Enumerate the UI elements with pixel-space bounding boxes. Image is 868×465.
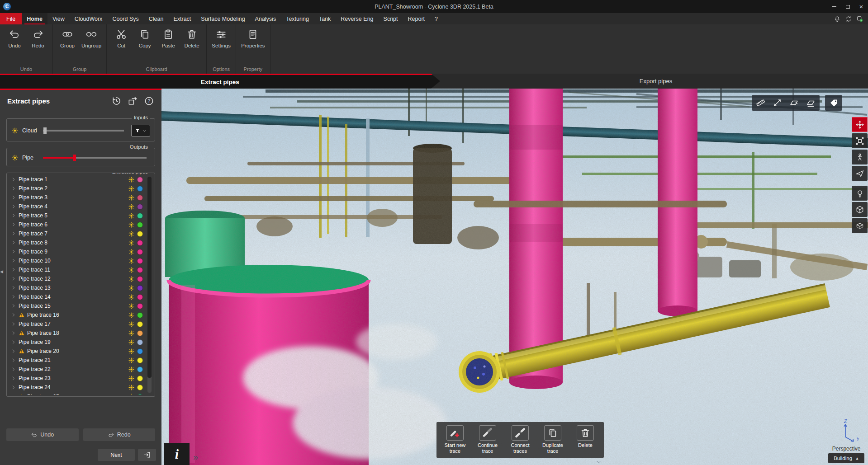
visibility-sun-icon[interactable] — [128, 366, 135, 373]
reset-history-icon[interactable] — [111, 96, 122, 106]
pipe-color-swatch[interactable] — [137, 376, 143, 381]
pipe-trace-row[interactable]: Pipe trace 19 — [9, 338, 143, 347]
visibility-sun-icon[interactable] — [128, 339, 135, 346]
pipe-color-swatch[interactable] — [137, 385, 143, 390]
expand-chevron-icon[interactable] — [11, 249, 16, 254]
ribbon-cut-button[interactable]: Cut — [110, 28, 133, 49]
visibility-sun-icon[interactable] — [128, 375, 135, 382]
visibility-sun-icon[interactable] — [128, 221, 135, 228]
expand-chevron-icon[interactable] — [11, 231, 16, 236]
cloud-visibility-slider[interactable] — [43, 130, 124, 132]
expand-chevron-icon[interactable] — [11, 376, 16, 381]
close-button[interactable]: × — [854, 0, 868, 13]
menu-item-extract[interactable]: Extract — [168, 13, 196, 24]
visibility-sun-icon[interactable] — [128, 276, 135, 282]
pipe-trace-row[interactable]: Pipe trace 17 — [9, 319, 143, 329]
sync-icon[interactable] — [845, 15, 852, 23]
menu-item-home[interactable]: Home — [22, 13, 47, 24]
cloud-slider-knob[interactable] — [43, 127, 47, 134]
workflow-step-export[interactable]: Export pipes — [640, 74, 672, 89]
visibility-sun-icon[interactable] — [128, 303, 135, 310]
pipe-trace-row[interactable]: Pipe trace 23 — [9, 374, 143, 383]
pipe-trace-row[interactable]: Pipe trace 7 — [9, 229, 143, 238]
pipe-trace-row[interactable]: Pipe trace 22 — [9, 365, 143, 374]
visibility-sun-icon[interactable] — [128, 312, 135, 319]
menu-item-report[interactable]: Report — [403, 13, 430, 24]
expand-chevron-icon[interactable] — [11, 348, 16, 354]
visibility-sun-icon[interactable] — [128, 321, 135, 328]
pipe-color-swatch[interactable] — [137, 348, 143, 354]
orbit-center-button[interactable] — [852, 117, 868, 132]
menu-item-cloudworx[interactable]: CloudWorx — [70, 13, 108, 24]
bell-icon[interactable] — [834, 15, 841, 23]
expand-chevron-icon[interactable] — [11, 366, 16, 372]
pipe-color-swatch[interactable] — [137, 394, 143, 395]
menu-item-surface-modeling[interactable]: Surface Modeling — [196, 13, 250, 24]
visibility-sun-icon[interactable] — [128, 230, 135, 237]
pipe-color-swatch[interactable] — [137, 240, 143, 246]
pipe-color-swatch[interactable] — [137, 357, 143, 363]
pipe-trace-row[interactable]: Pipe trace 16 — [9, 310, 143, 319]
visibility-sun-icon[interactable] — [128, 393, 135, 395]
measure-distance-button[interactable] — [753, 96, 768, 110]
ribbon-properties-button[interactable]: Properties — [239, 28, 266, 49]
pipe-trace-row[interactable]: Pipe trace 20 — [9, 347, 143, 356]
expand-chevron-icon[interactable] — [11, 330, 16, 336]
tag-button[interactable] — [825, 95, 842, 111]
visibility-sun-icon[interactable] — [128, 194, 135, 201]
plane-pencil-button[interactable] — [786, 96, 802, 110]
help-icon[interactable]: ? — [144, 96, 154, 106]
pipe-trace-row[interactable]: Pipe trace 5 — [9, 211, 143, 220]
minimize-button[interactable] — [827, 0, 841, 13]
menu-item-coord-sys[interactable]: Coord Sys — [107, 13, 143, 24]
ribbon-group-button[interactable]: Group — [56, 28, 79, 49]
lighting-button[interactable] — [852, 186, 868, 201]
expand-chevron-icon[interactable] — [11, 357, 16, 363]
info-button[interactable]: i — [164, 443, 190, 465]
pipe-color-swatch[interactable] — [137, 222, 143, 228]
pipe-trace-row[interactable]: Pipe trace 13 — [9, 283, 143, 292]
ribbon-copy-button[interactable]: Copy — [133, 28, 156, 49]
visibility-sun-icon[interactable] — [128, 185, 135, 192]
menu-item-reverse-eng[interactable]: Reverse Eng — [336, 13, 378, 24]
visibility-sun-icon[interactable] — [128, 203, 135, 210]
expand-chevron-icon[interactable] — [11, 195, 16, 200]
export-project-icon[interactable] — [128, 96, 138, 106]
pipe-trace-row[interactable]: Pipe trace 9 — [9, 247, 143, 256]
pipe-trace-row[interactable]: Pipe trace 8 — [9, 238, 143, 247]
pipe-color-swatch[interactable] — [137, 321, 143, 327]
walkthrough-button[interactable] — [852, 150, 868, 164]
ribbon-redo-button[interactable]: Redo — [27, 28, 49, 49]
expand-chevron-icon[interactable] — [11, 258, 16, 263]
expand-chevron-icon[interactable] — [11, 186, 16, 191]
expand-chevron-icon[interactable] — [11, 312, 16, 318]
visibility-sun-icon[interactable] — [128, 258, 135, 264]
visibility-sun-icon[interactable] — [128, 357, 135, 364]
expand-chevron-icon[interactable] — [11, 267, 16, 272]
visibility-sun-icon[interactable] — [128, 294, 135, 301]
pipe-trace-row[interactable]: Pipe trace 11 — [9, 265, 143, 274]
pipe-color-swatch[interactable] — [137, 276, 143, 282]
cloud-filter-button[interactable] — [131, 125, 150, 136]
collapse-toolbar-chevron-icon[interactable] — [595, 459, 602, 465]
menu-item-view[interactable]: View — [47, 13, 70, 24]
start-new-trace-button[interactable]: Start new trace — [441, 425, 470, 454]
pipe-color-swatch[interactable] — [137, 330, 143, 336]
expand-chevron-icon[interactable] — [11, 339, 16, 345]
pipe-color-swatch[interactable] — [137, 366, 143, 372]
point-cloud-scene[interactable] — [161, 89, 868, 465]
continue-trace-button[interactable]: Continue trace — [473, 425, 502, 454]
pipe-trace-row[interactable]: Pipe trace 15 — [9, 301, 143, 310]
visibility-sun-icon[interactable] — [128, 240, 135, 246]
expand-chevron-icon[interactable] — [11, 303, 16, 309]
ribbon-paste-button[interactable]: Paste — [157, 28, 180, 49]
viewport-3d[interactable]: Start new traceContinue traceConnect tra… — [161, 89, 868, 465]
expand-chevron-icon[interactable] — [11, 321, 16, 327]
expand-info-chevrons[interactable]: » — [193, 452, 198, 462]
pipe-color-swatch[interactable] — [137, 213, 143, 219]
visibility-sun-icon[interactable] — [128, 384, 135, 391]
pipe-color-swatch[interactable] — [137, 303, 143, 309]
expand-chevron-icon[interactable] — [11, 204, 16, 209]
expand-chevron-icon[interactable] — [11, 285, 16, 291]
expand-chevron-icon[interactable] — [11, 213, 16, 218]
